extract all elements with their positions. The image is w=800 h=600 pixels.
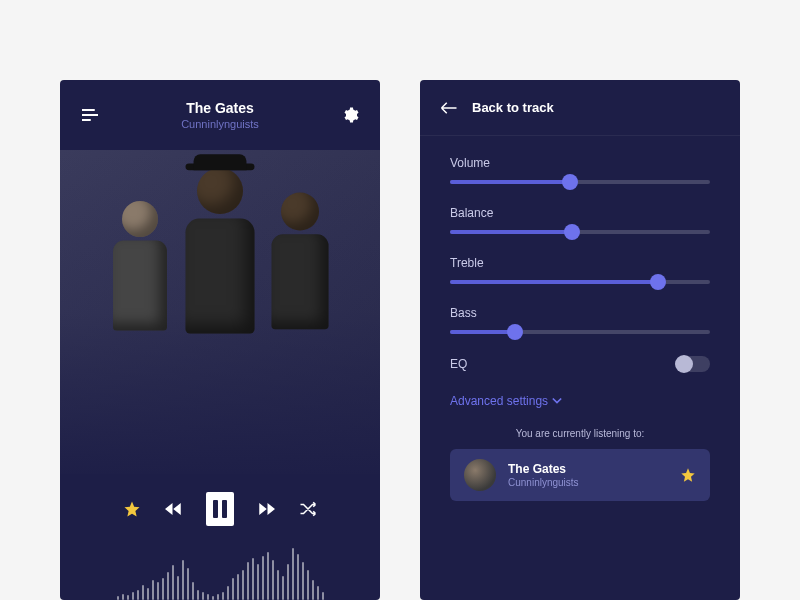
wave-bar: [257, 564, 259, 600]
wave-bar: [262, 556, 264, 600]
wave-bar: [137, 590, 139, 600]
wave-bar: [307, 570, 309, 600]
track-title-block: The Gates Cunninlynguists: [100, 100, 340, 130]
treble-label: Treble: [450, 256, 710, 270]
wave-bar: [167, 572, 169, 600]
wave-bar: [187, 568, 189, 600]
wave-bar: [242, 570, 244, 600]
wave-bar: [127, 595, 129, 600]
wave-bar: [287, 564, 289, 600]
bass-slider[interactable]: [450, 330, 710, 334]
album-artwork: [60, 150, 380, 474]
menu-icon[interactable]: [80, 105, 100, 125]
eq-label: EQ: [450, 357, 467, 371]
settings-screen: Back to track Volume Balance Treble: [420, 80, 740, 600]
wave-bar: [152, 580, 154, 600]
shuffle-button[interactable]: [298, 499, 318, 519]
balance-slider-group: Balance: [450, 206, 710, 234]
favorite-button[interactable]: [122, 499, 142, 519]
now-playing-artist: Cunninlynguists: [508, 477, 668, 488]
pause-icon: [213, 500, 218, 518]
now-playing-label: You are currently listening to:: [450, 428, 710, 439]
wave-bar: [312, 580, 314, 600]
treble-slider-group: Treble: [450, 256, 710, 284]
chevron-down-icon: [552, 397, 562, 405]
wave-bar: [147, 588, 149, 600]
wave-bar: [227, 586, 229, 600]
waveform[interactable]: [60, 540, 380, 600]
gear-icon[interactable]: [340, 105, 360, 125]
bass-label: Bass: [450, 306, 710, 320]
wave-bar: [197, 590, 199, 600]
forward-button[interactable]: [256, 499, 276, 519]
treble-slider[interactable]: [450, 280, 710, 284]
volume-slider[interactable]: [450, 180, 710, 184]
wave-bar: [122, 594, 124, 600]
wave-bar: [157, 582, 159, 600]
pause-button[interactable]: [206, 492, 234, 526]
playback-controls: [60, 474, 380, 540]
balance-label: Balance: [450, 206, 710, 220]
now-playing-card[interactable]: The Gates Cunninlynguists: [450, 449, 710, 501]
wave-bar: [117, 596, 119, 600]
track-artist: Cunninlynguists: [100, 118, 340, 130]
wave-bar: [142, 585, 144, 600]
volume-label: Volume: [450, 156, 710, 170]
bass-slider-group: Bass: [450, 306, 710, 334]
balance-slider[interactable]: [450, 230, 710, 234]
wave-bar: [172, 565, 174, 600]
wave-bar: [237, 574, 239, 600]
wave-bar: [317, 586, 319, 600]
track-title: The Gates: [100, 100, 340, 116]
wave-bar: [192, 582, 194, 600]
now-playing-section: You are currently listening to: The Gate…: [420, 428, 740, 531]
wave-bar: [162, 578, 164, 600]
wave-bar: [292, 548, 294, 600]
rewind-button[interactable]: [164, 499, 184, 519]
wave-bar: [177, 576, 179, 600]
wave-bar: [222, 592, 224, 600]
now-playing-title: The Gates: [508, 462, 668, 476]
wave-bar: [272, 560, 274, 600]
sliders-section: Volume Balance Treble: [420, 136, 740, 428]
wave-bar: [247, 562, 249, 600]
wave-bar: [212, 596, 214, 600]
wave-bar: [297, 554, 299, 600]
wave-bar: [267, 552, 269, 600]
back-arrow-icon: [440, 101, 458, 115]
wave-bar: [282, 576, 284, 600]
wave-bar: [132, 592, 134, 600]
wave-bar: [232, 578, 234, 600]
advanced-settings-link[interactable]: Advanced settings: [450, 394, 710, 408]
eq-row: EQ: [450, 356, 710, 372]
now-playing-thumb: [464, 459, 496, 491]
back-to-track-button[interactable]: Back to track: [420, 80, 740, 136]
eq-toggle[interactable]: [676, 356, 710, 372]
star-icon[interactable]: [680, 467, 696, 483]
wave-bar: [302, 562, 304, 600]
wave-bar: [322, 592, 324, 600]
player-header: The Gates Cunninlynguists: [60, 80, 380, 150]
wave-bar: [202, 592, 204, 600]
toggle-knob: [675, 355, 693, 373]
wave-bar: [217, 594, 219, 600]
player-screen: The Gates Cunninlynguists: [60, 80, 380, 600]
wave-bar: [182, 560, 184, 600]
wave-bar: [207, 594, 209, 600]
back-label: Back to track: [472, 100, 554, 115]
wave-bar: [277, 570, 279, 600]
wave-bar: [252, 558, 254, 600]
volume-slider-group: Volume: [450, 156, 710, 184]
